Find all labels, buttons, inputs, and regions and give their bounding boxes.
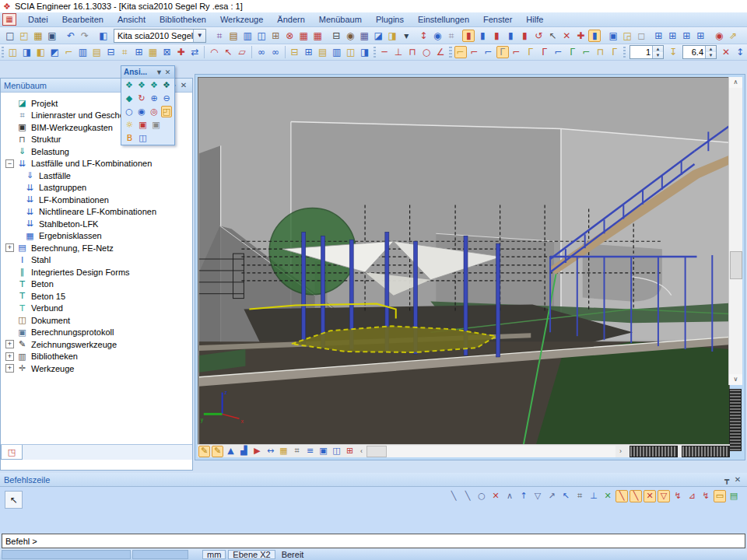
angle-spinner[interactable]: 6.4 ▲▼ — [682, 45, 717, 59]
calculator-icon[interactable]: ▦ — [358, 30, 370, 42]
show-mesh-icon[interactable]: ▦ — [146, 46, 159, 58]
close-icon[interactable]: ✕ — [163, 68, 172, 76]
view-y-icon[interactable]: ❖ — [136, 79, 147, 91]
polygon-select-icon[interactable]: ▱ — [236, 46, 248, 58]
tree-item-integriertes-design-forms[interactable]: ‖Integriertes Design Forms — [4, 266, 192, 278]
scale-down-icon[interactable]: ↧ — [667, 46, 679, 58]
copy-1-icon[interactable]: ⊞ — [652, 30, 665, 42]
snap-intersection-icon[interactable]: ✕ — [644, 490, 656, 502]
spinner-down-icon[interactable]: ▼ — [706, 52, 716, 58]
clip-box-2-icon[interactable]: ⊞ — [303, 46, 315, 58]
minus-expander-icon[interactable]: − — [5, 159, 14, 168]
snap-cross-green-icon[interactable]: ✕ — [601, 490, 614, 502]
tree-item-berechnung-fe-netz[interactable]: +▤Berechnung, FE-Netz — [4, 242, 192, 254]
axis-cross-icon[interactable]: ✕ — [720, 46, 732, 58]
doc-view-icon[interactable]: ▣ — [317, 446, 329, 457]
menu-ansicht[interactable]: Ansicht — [110, 13, 153, 26]
show-local-icon[interactable]: ⊠ — [160, 46, 173, 58]
view-67a-icon[interactable]: ◻ — [635, 30, 647, 42]
show-grid-icon[interactable]: ⌗ — [118, 46, 131, 58]
corner-7-icon[interactable]: Γ — [538, 46, 551, 58]
pencil-rendered-icon[interactable]: ✎ — [212, 446, 223, 457]
cursor-mode-button[interactable]: ↖ — [5, 491, 23, 509]
visible-levels-icon[interactable]: ◰ — [161, 106, 172, 117]
tree-item-ergebnisklassen[interactable]: ▦Ergebnisklassen — [4, 230, 192, 243]
show-supports-icon[interactable]: ⌐ — [62, 46, 75, 58]
menu-plugins[interactable]: Plugins — [369, 13, 411, 26]
snap-edge-3-icon[interactable]: ↯ — [700, 490, 712, 502]
zoom-all-icon[interactable]: ○ — [124, 106, 135, 117]
print-icon[interactable]: ⊟ — [330, 30, 342, 42]
table-input-icon[interactable]: ▦ — [311, 30, 324, 42]
toolbar-grip[interactable] — [2, 47, 4, 58]
doc-settings-icon[interactable]: ◫ — [331, 446, 342, 457]
select-pointer-icon[interactable]: ↖ — [546, 30, 559, 42]
combo-dropdown-icon[interactable]: ▼ — [193, 30, 205, 42]
plus-expander-icon[interactable]: + — [5, 364, 14, 373]
spinner-up-icon[interactable]: ▲ — [653, 46, 663, 52]
select-add-icon[interactable]: ✚ — [574, 30, 587, 42]
menu-bibliotheken[interactable]: Bibliotheken — [153, 13, 213, 26]
mdi-child-icon[interactable]: ▦ — [2, 13, 16, 26]
document-icon[interactable]: ◪ — [372, 30, 384, 42]
grid-red-icon[interactable]: ⊞ — [344, 446, 356, 457]
section-view-icon[interactable]: ↕ — [417, 30, 430, 42]
light-bulb-icon[interactable]: ☼ — [124, 119, 135, 131]
redo-icon[interactable]: ↷ — [79, 30, 91, 42]
pencil-wired-icon[interactable]: ✎ — [198, 446, 210, 457]
corner-6-icon[interactable]: Γ — [524, 46, 537, 58]
snap-edge-1-icon[interactable]: ↯ — [672, 490, 684, 502]
tree-item-lf-kombinationen[interactable]: ⇊LF-Kombinationen — [4, 194, 192, 206]
save-icon[interactable]: ▣ — [46, 30, 58, 42]
clip-section-2-icon[interactable]: ◨ — [359, 46, 371, 58]
menu-hilfe[interactable]: Hilfe — [519, 13, 550, 26]
scroll-track[interactable] — [729, 88, 742, 374]
zoom-in-icon[interactable]: ⊕ — [149, 93, 160, 104]
xml-io-icon[interactable]: ◫ — [255, 30, 268, 42]
deselect-icon[interactable]: ✕ — [560, 30, 573, 42]
menu-datei[interactable]: Datei — [21, 13, 55, 26]
snap-circle-icon[interactable]: ○ — [475, 490, 488, 502]
snap-line-icon[interactable]: ╲ — [447, 490, 460, 502]
tree-item-nichtlineare-lf-kombinationen[interactable]: ⇊Nichtlineare LF-Kombinationen — [4, 206, 192, 219]
fly-mode-icon[interactable]: ⇗ — [727, 30, 739, 42]
select-beam-icon[interactable]: ▮ — [462, 30, 475, 42]
snap-up-icon[interactable]: ↑ — [517, 490, 530, 502]
snap-ruler-icon[interactable]: ▭ — [714, 490, 726, 502]
close-icon[interactable]: ✕ — [178, 81, 189, 89]
clipboard-icon[interactable]: ⊞ — [269, 30, 282, 42]
snap-line-point-icon[interactable]: ╲ — [461, 490, 474, 502]
show-axes-icon[interactable]: ◧ — [34, 46, 47, 58]
show-surfaces-icon[interactable]: ◫ — [6, 46, 19, 58]
snap-ne-icon[interactable]: ↗ — [545, 490, 558, 502]
snap-cursor-icon[interactable]: ↖ — [559, 490, 572, 502]
snap-node-icon[interactable]: ▽ — [658, 490, 670, 502]
select-curve-icon[interactable]: ↺ — [532, 30, 545, 42]
tree-item-stahlbeton-lfk[interactable]: ⇊Stahlbeton-LFK — [4, 218, 192, 230]
menu-werkzeuge[interactable]: Werkzeuge — [213, 13, 270, 26]
tree-item-beton[interactable]: TBeton — [4, 278, 192, 291]
view-palette-header[interactable]: Ansi... ▼ ✕ — [121, 66, 174, 79]
flag-marks-icon[interactable]: ▶ — [251, 446, 263, 457]
view-x-icon[interactable]: ❖ — [124, 79, 135, 91]
select-filter-icon[interactable]: ▮ — [588, 30, 601, 42]
toolbar-grip[interactable] — [449, 47, 451, 58]
snap-peak-icon[interactable]: ∧ — [503, 490, 516, 502]
corner-8-icon[interactable]: ⌐ — [552, 46, 565, 58]
show-swap-icon[interactable]: ⇄ — [188, 46, 201, 58]
snap-off-icon[interactable]: ✕ — [489, 490, 502, 502]
tree-item-berechnungsprotokoll[interactable]: ▣Berechnungsprotokoll — [4, 327, 192, 339]
plus-expander-icon[interactable]: + — [5, 352, 14, 361]
zoom-selection-icon[interactable]: ◎ — [149, 106, 160, 117]
tree-item-belastung[interactable]: ⇓Belastung — [4, 145, 192, 158]
view-eye-icon[interactable]: ◉ — [713, 30, 725, 42]
select-node-icon[interactable]: ▮ — [476, 30, 489, 42]
scroll-thumb[interactable] — [730, 251, 742, 279]
copy-3-icon[interactable]: ⊞ — [680, 30, 693, 42]
structure-tab[interactable]: ◳ — [1, 445, 23, 460]
snap-endpoint-icon[interactable]: ╲ — [615, 490, 628, 502]
scroll-right-icon[interactable]: › — [615, 446, 626, 457]
activity-icon[interactable]: ▥ — [241, 30, 254, 42]
corner-1-icon[interactable]: ⌐ — [454, 46, 467, 58]
clip-plane-1-icon[interactable]: ▤ — [317, 46, 329, 58]
